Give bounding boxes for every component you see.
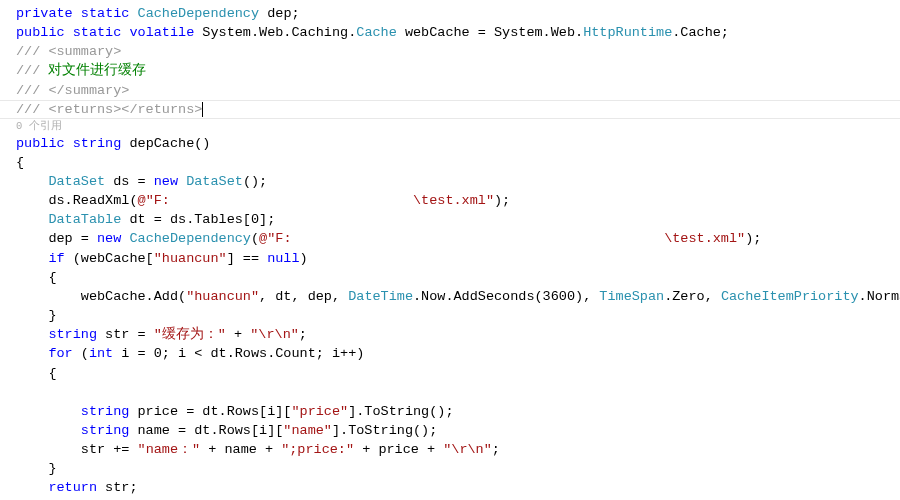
- type: TimeSpan: [599, 289, 664, 304]
- paren: (: [73, 346, 89, 361]
- code-line[interactable]: return str;: [0, 478, 900, 497]
- code-line[interactable]: dep = new CacheDependency(@"F: \test.xml…: [0, 229, 900, 248]
- code-line[interactable]: /// </summary>: [0, 81, 900, 100]
- args: .Normal,: [859, 289, 900, 304]
- codelens-references[interactable]: 0 个引用: [0, 119, 900, 134]
- code-line[interactable]: str += "name：" + name + ";price:" + pric…: [0, 440, 900, 459]
- keyword: public: [16, 25, 65, 40]
- xml-doc-comment: ///: [16, 83, 48, 98]
- code-line[interactable]: if (webCache["huancun"] == null): [0, 249, 900, 268]
- code-line[interactable]: /// <summary>: [0, 42, 900, 61]
- keyword: string: [81, 404, 130, 419]
- type: CacheItemPriority: [721, 289, 859, 304]
- args: , dt, dep,: [259, 289, 348, 304]
- tail: ].ToString();: [332, 423, 437, 438]
- code-line[interactable]: }: [0, 459, 900, 478]
- identifier: str =: [97, 327, 154, 342]
- code-line[interactable]: /// 对文件进行缓存: [0, 61, 900, 80]
- identifier: str;: [97, 480, 138, 495]
- tail: );: [745, 231, 761, 246]
- type: HttpRuntime: [583, 25, 672, 40]
- type: DataSet: [186, 174, 243, 189]
- keyword: if: [48, 251, 64, 266]
- code-line[interactable]: DataSet ds = new DataSet();: [0, 172, 900, 191]
- namespace: System.Web.Caching.: [194, 25, 356, 40]
- keyword: static: [81, 6, 130, 21]
- code-line[interactable]: }: [0, 306, 900, 325]
- xml-doc-comment: ///: [16, 44, 48, 59]
- cond: ] ==: [227, 251, 268, 266]
- paren: (: [251, 231, 259, 246]
- keyword: for: [48, 346, 72, 361]
- xml-tag: <returns></returns>: [48, 102, 202, 117]
- call: webCache.Add(: [48, 289, 186, 304]
- tail: );: [494, 193, 510, 208]
- code-line[interactable]: for (int i = 0; i < dt.Rows.Count; i++): [0, 344, 900, 363]
- keyword: null: [267, 251, 299, 266]
- string: "huancun": [186, 289, 259, 304]
- call: ds.ReadXml(: [48, 193, 137, 208]
- type: CacheDependency: [138, 6, 260, 21]
- args: .Zero,: [664, 289, 721, 304]
- string: "name：": [138, 442, 201, 457]
- string: @"F:: [138, 193, 170, 208]
- keyword: int: [89, 346, 113, 361]
- code-line[interactable]: public string depCache(): [0, 134, 900, 153]
- type: CacheDependency: [129, 231, 251, 246]
- string: @"F:: [259, 231, 291, 246]
- tail: ;: [299, 327, 307, 342]
- args: .Now.AddSeconds(3600),: [413, 289, 599, 304]
- string: "huancun": [154, 251, 227, 266]
- keyword: string: [81, 423, 130, 438]
- keyword: new: [97, 231, 121, 246]
- string: "price": [291, 404, 348, 419]
- string: "缓存为：": [154, 327, 226, 342]
- xml-tag: <summary>: [48, 44, 121, 59]
- code-line-active[interactable]: /// <returns></returns>: [0, 100, 900, 119]
- code-line[interactable]: {: [0, 153, 900, 172]
- code-line[interactable]: public static volatile System.Web.Cachin…: [0, 23, 900, 42]
- string: "\r\n": [250, 327, 299, 342]
- code-line[interactable]: [0, 383, 900, 402]
- code-line[interactable]: private static CacheDependency dep;: [0, 4, 900, 23]
- keyword: return: [48, 480, 97, 495]
- string: \test.xml": [170, 193, 494, 208]
- xml-doc-comment: ///: [16, 63, 48, 78]
- code-line[interactable]: ds.ReadXml(@"F: \test.xml");: [0, 191, 900, 210]
- op: + price +: [354, 442, 443, 457]
- code-line[interactable]: {: [0, 268, 900, 287]
- code-line[interactable]: string name = dt.Rows[i]["name"].ToStrin…: [0, 421, 900, 440]
- keyword: static: [73, 25, 122, 40]
- identifier: price = dt.Rows[i][: [129, 404, 291, 419]
- type: DateTime: [348, 289, 413, 304]
- identifier: dep =: [48, 231, 97, 246]
- method-name: depCache(): [121, 136, 210, 151]
- xml-doc-text: 对文件进行缓存: [48, 63, 146, 78]
- tail: ].ToString();: [348, 404, 453, 419]
- code-editor[interactable]: private static CacheDependency dep; publ…: [0, 4, 900, 500]
- cond: ): [300, 251, 308, 266]
- identifier: ds =: [105, 174, 154, 189]
- identifier: str +=: [81, 442, 138, 457]
- keyword: public: [16, 136, 65, 151]
- xml-tag: </summary>: [48, 83, 129, 98]
- type: DataTable: [48, 212, 121, 227]
- keyword: string: [73, 136, 122, 151]
- tail: ();: [243, 174, 267, 189]
- identifier: dt = ds.Tables[0];: [121, 212, 275, 227]
- string: \test.xml": [291, 231, 745, 246]
- cond: i = 0; i < dt.Rows.Count; i++): [113, 346, 364, 361]
- identifier: .Cache;: [672, 25, 729, 40]
- code-line[interactable]: DataTable dt = ds.Tables[0];: [0, 210, 900, 229]
- code-line[interactable]: string price = dt.Rows[i]["price"].ToStr…: [0, 402, 900, 421]
- type: DataSet: [48, 174, 105, 189]
- code-line[interactable]: {: [0, 364, 900, 383]
- identifier: webCache = System.Web.: [397, 25, 583, 40]
- code-line[interactable]: webCache.Add("huancun", dt, dep, DateTim…: [0, 287, 900, 306]
- string: "name": [283, 423, 332, 438]
- keyword: volatile: [129, 25, 194, 40]
- xml-doc-comment: ///: [16, 102, 48, 117]
- cond: (webCache[: [65, 251, 154, 266]
- code-line[interactable]: string str = "缓存为：" + "\r\n";: [0, 325, 900, 344]
- keyword: string: [48, 327, 97, 342]
